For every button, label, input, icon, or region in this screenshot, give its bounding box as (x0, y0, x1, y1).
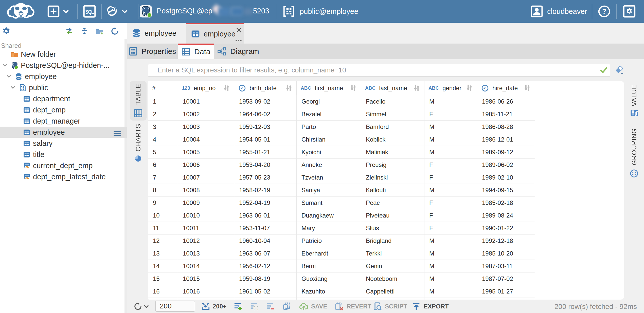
row-number-cell[interactable]: 11 (148, 222, 178, 234)
editor-tab-employee[interactable]: employee (127, 23, 186, 44)
data-cell[interactable]: Cristinel (297, 298, 361, 300)
close-tab-icon[interactable] (235, 27, 243, 33)
data-cell[interactable]: 10009 (178, 197, 234, 209)
duplicate-row-button[interactable] (250, 300, 259, 313)
row-number-cell[interactable]: 15 (148, 272, 178, 285)
data-cell[interactable]: 1989-09-12 (477, 146, 535, 159)
refresh-tree-button[interactable] (111, 27, 119, 35)
data-cell[interactable]: 10003 (178, 121, 234, 133)
data-cell[interactable]: 1956-02-12 (234, 260, 297, 272)
data-cell[interactable]: F (424, 108, 477, 121)
data-cell[interactable]: Duangkaew (297, 209, 361, 222)
row-number-cell[interactable]: 7 (148, 171, 178, 184)
data-cell[interactable]: 1994-09-15 (477, 184, 535, 197)
data-cell[interactable]: 10011 (178, 222, 234, 234)
sidebar-settings-button[interactable] (2, 27, 11, 35)
data-cell[interactable]: 10004 (178, 133, 234, 146)
row-number-cell[interactable]: 9 (148, 197, 178, 209)
tree-item-menu-button[interactable] (113, 130, 122, 138)
data-cell[interactable]: F (424, 222, 477, 234)
tree-item-dept-emp-latest-date[interactable]: dept_emp_latest_date (0, 171, 127, 182)
data-cell[interactable]: 1985-11-21 (477, 108, 535, 121)
data-cell[interactable]: 1961-05-02 (234, 285, 297, 298)
data-cell[interactable]: 1985-10-20 (477, 247, 535, 260)
sort-icon[interactable] (523, 84, 531, 93)
row-number-cell[interactable]: 3 (148, 121, 178, 133)
data-cell[interactable]: F (424, 159, 477, 171)
column-header-gender[interactable]: ABCgender (424, 81, 477, 95)
tree-item-salary[interactable]: salary (0, 138, 127, 149)
data-cell[interactable]: 1959-12-03 (234, 121, 297, 133)
data-cell[interactable]: Maliniak (361, 146, 424, 159)
data-cell[interactable]: 1989-06-02 (477, 159, 535, 171)
apply-filter-button[interactable] (597, 64, 610, 76)
tree-item-new-folder[interactable]: New folder (0, 49, 127, 60)
row-number-cell[interactable]: 17 (148, 298, 178, 300)
row-number-cell[interactable]: 5 (148, 146, 178, 159)
data-cell[interactable]: 1953-11-07 (234, 222, 297, 234)
tree-item-employee[interactable]: employee (0, 71, 127, 82)
data-cell[interactable]: Kyoichi (297, 146, 361, 159)
data-cell[interactable]: Anneke (297, 159, 361, 171)
column-header-first_name[interactable]: ABCfirst_name (297, 81, 361, 95)
search-tools-button[interactable] (106, 5, 128, 18)
data-cell[interactable]: 1986-12-01 (477, 133, 535, 146)
collapse-all-button[interactable] (80, 27, 89, 35)
cloudbeaver-logo-icon[interactable] (7, 1, 35, 22)
tab-menu-icon[interactable] (235, 40, 242, 42)
data-cell[interactable]: M (424, 234, 477, 247)
save-button[interactable]: SAVE (299, 300, 327, 313)
tree-item-public[interactable]: public (0, 82, 127, 93)
help-button[interactable] (598, 5, 611, 18)
data-cell[interactable]: Berni (297, 260, 361, 272)
data-cell[interactable]: 10008 (178, 184, 234, 197)
data-cell[interactable]: 1964-06-02 (234, 108, 297, 121)
data-cell[interactable]: Bamford (361, 121, 424, 133)
data-cell[interactable]: Kalloufi (361, 184, 424, 197)
data-cell[interactable]: 1958-02-19 (234, 184, 297, 197)
data-cell[interactable]: Tzvetan (297, 171, 361, 184)
data-cell[interactable]: M (424, 95, 477, 108)
data-cell[interactable]: 1995-01-27 (477, 285, 535, 298)
data-cell[interactable]: Nooteboom (361, 272, 424, 285)
chevron-expanded-icon[interactable] (10, 84, 16, 92)
data-cell[interactable]: Bezalel (297, 108, 361, 121)
data-cell[interactable]: 1989-08-24 (477, 209, 535, 222)
data-cell[interactable]: 1989-02-10 (477, 171, 535, 184)
chevron-expanded-icon[interactable] (6, 72, 12, 81)
tab-charts-presentation[interactable]: CHARTS (130, 124, 147, 165)
data-cell[interactable]: 1987-03-11 (477, 260, 535, 272)
data-cell[interactable]: 1959-08-19 (234, 272, 297, 285)
data-cell[interactable]: 10014 (178, 260, 234, 272)
row-number-cell[interactable]: 2 (148, 108, 178, 121)
sort-icon[interactable] (465, 84, 473, 93)
data-cell[interactable]: 1953-04-20 (234, 159, 297, 171)
data-cell[interactable]: Eberhardt (297, 247, 361, 260)
tree-item-title[interactable]: title (0, 149, 127, 160)
data-cell[interactable]: 10001 (178, 95, 234, 108)
tab-grouping-panel[interactable]: GROUPING (624, 128, 644, 178)
column-header-hire_date[interactable]: hire_date (477, 81, 535, 95)
data-cell[interactable]: 1952-04-19 (234, 197, 297, 209)
fetch-more-button[interactable]: 200+ (201, 300, 226, 313)
refresh-results-button[interactable] (133, 300, 149, 313)
data-cell[interactable]: 10007 (178, 171, 234, 184)
data-cell[interactable]: 1955-01-21 (234, 146, 297, 159)
data-cell[interactable]: M (424, 247, 477, 260)
data-cell[interactable]: M (424, 133, 477, 146)
data-cell[interactable]: Bouloucos (361, 298, 424, 300)
column-header-rownum[interactable]: # (148, 81, 178, 95)
data-cell[interactable]: M (424, 260, 477, 272)
row-number-cell[interactable]: 13 (148, 247, 178, 260)
data-cell[interactable]: Zielinski (361, 171, 424, 184)
data-cell[interactable]: M (424, 121, 477, 133)
data-cell[interactable]: Kazuhito (297, 285, 361, 298)
data-cell[interactable]: 1992-12-18 (477, 234, 535, 247)
column-header-last_name[interactable]: ABClast_name (361, 81, 424, 95)
add-row-button[interactable] (234, 300, 242, 313)
row-number-cell[interactable]: 10 (148, 209, 178, 222)
sort-icon[interactable] (349, 84, 357, 93)
data-cell[interactable]: 1958-07-06 (234, 298, 297, 300)
data-cell[interactable]: Simmel (361, 108, 424, 121)
chevron-expanded-icon[interactable] (2, 61, 8, 70)
